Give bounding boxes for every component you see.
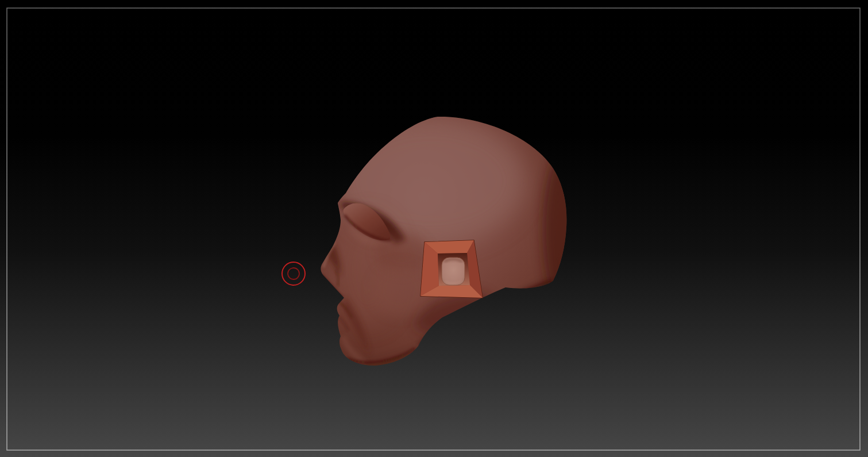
app-window: { "scene": { "type": "3d-sculpt-viewport… [0,0,868,457]
cheek-light [373,264,428,316]
sculpt-viewport [0,0,868,457]
ear-plate[interactable] [421,240,483,298]
